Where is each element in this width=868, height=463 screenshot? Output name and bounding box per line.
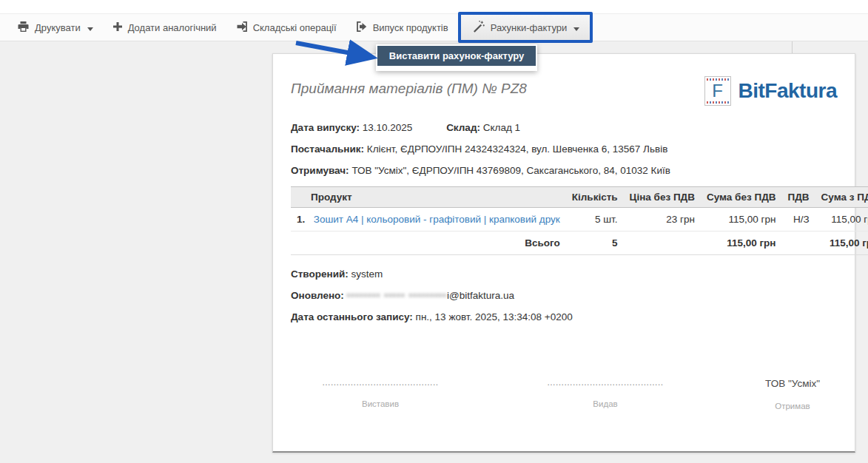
brand-name: BitFaktura <box>739 79 837 103</box>
header-product: Продукт <box>291 187 566 208</box>
header-vat: ПДВ <box>782 187 815 208</box>
updated-visible-value: i@bitfaktura.ua <box>447 290 514 301</box>
cell-price-net: 23 грн <box>624 208 701 232</box>
signature-dotted-line: ........................................… <box>547 378 663 387</box>
signatures-section: ........................................… <box>273 378 856 430</box>
last-entry-line: Дата останнього запису: пн., 13 жовт. 20… <box>291 311 837 322</box>
plus-icon <box>112 21 123 34</box>
brand-logo: F BitFaktura <box>704 76 837 106</box>
table-header-row: Продукт Кількість Ціна без ПДВ Сума без … <box>291 187 868 208</box>
receiver-line: Отримувач: ТОВ "Усміх", ЄДРПОУ/ІПН 43769… <box>291 165 837 176</box>
header-price-net: Ціна без ПДВ <box>624 187 701 208</box>
document-title: Приймання матеріалів (ПМ) № PZ8 <box>291 76 527 97</box>
sign-in-arrow-icon <box>236 21 248 35</box>
signature-released: ........................................… <box>547 378 663 408</box>
updated-redacted-value: •••••••• ••••• ••••••••• <box>347 290 447 301</box>
supplier-value: Клієнт, ЄДРПОУ/ІПН 24324324324, вул. Шев… <box>367 143 668 155</box>
cell-sum-gross: 115,00 грн <box>815 208 868 232</box>
chevron-down-icon <box>573 22 579 33</box>
product-link[interactable]: Зошит А4 | кольоровий - графітовий | кра… <box>314 214 560 225</box>
last-entry-value: пн., 13 жовт. 2025, 13:34:08 +0200 <box>416 311 573 322</box>
cell-quantity: 5 шт. <box>566 208 624 232</box>
chevron-down-icon <box>87 22 93 33</box>
add-similar-label: Додати аналогічний <box>128 22 217 33</box>
issue-date-line: Дата випуску: 13.10.2025 Склад: Склад 1 <box>291 122 837 133</box>
print-label: Друкувати <box>35 22 81 33</box>
updated-label: Оновлено: <box>291 290 344 301</box>
totals-sum-net: 115,00 грн <box>701 232 782 255</box>
cell-vat: Н/З <box>782 208 815 232</box>
signature-released-label: Видав <box>547 399 663 408</box>
product-release-button[interactable]: Випуск продуктів <box>346 15 458 40</box>
issue-date-value: 13.10.2025 <box>363 122 413 133</box>
add-similar-button[interactable]: Додати аналогічний <box>103 15 226 40</box>
signature-issued-label: Виставив <box>322 399 438 408</box>
header-sum-net: Сума без ПДВ <box>701 187 782 208</box>
product-release-label: Випуск продуктів <box>373 22 448 33</box>
top-strip <box>0 0 868 13</box>
cell-sum-net: 115,00 грн <box>701 208 782 232</box>
warehouse-operations-button[interactable]: Складські операції <box>226 15 346 40</box>
invoices-button[interactable]: Рахунки-фактури <box>458 12 593 43</box>
document-panel: Приймання матеріалів (ПМ) № PZ8 F BitFak… <box>272 53 855 453</box>
toolbar-right-divider <box>792 41 793 53</box>
print-button[interactable]: Друкувати <box>7 15 103 40</box>
created-line: Створений: system <box>291 268 837 280</box>
warehouse-value: Склад 1 <box>483 122 520 133</box>
last-entry-label: Дата останнього запису: <box>291 311 413 322</box>
issue-invoice-menu-item[interactable]: Виставити рахунок-фактуру <box>377 46 536 66</box>
totals-label: Всього <box>291 232 566 255</box>
totals-row: Всього 5 115,00 грн 115,00 грн <box>291 232 868 255</box>
signature-dotted-line: ........................................… <box>322 378 438 387</box>
supplier-line: Постачальник: Клієнт, ЄДРПОУ/ІПН 2432432… <box>291 143 837 155</box>
issue-date-label: Дата випуску: <box>291 122 360 133</box>
totals-quantity: 5 <box>566 232 624 255</box>
signature-issued: ........................................… <box>322 378 438 408</box>
warehouse-label: Склад: <box>446 122 480 133</box>
totals-sum-gross: 115,00 грн <box>815 232 868 255</box>
updated-line: Оновлено: •••••••• ••••• •••••••••i@bitf… <box>291 290 837 301</box>
created-value: system <box>351 268 383 280</box>
header-sum-gross: Сума з ПДВ <box>815 187 868 208</box>
signature-received-name: ТОВ "Усміх" <box>765 378 820 389</box>
toolbar: Друкувати Додати аналогічний Складські о… <box>0 13 868 41</box>
warehouse-operations-label: Складські операції <box>253 22 337 33</box>
printer-icon <box>17 21 30 35</box>
invoices-label: Рахунки-фактури <box>491 22 568 33</box>
created-label: Створений: <box>291 268 349 280</box>
magic-wand-icon <box>471 20 485 36</box>
header-quantity: Кількість <box>566 187 624 208</box>
signature-received: ТОВ "Усміх" Отримав <box>765 378 820 410</box>
supplier-label: Постачальник: <box>291 143 364 155</box>
table-row: 1. Зошит А4 | кольоровий - графітовий | … <box>291 208 868 232</box>
invoices-dropdown-menu: Виставити рахунок-фактуру <box>376 44 537 71</box>
receiver-label: Отримувач: <box>291 165 349 176</box>
brand-monogram-icon: F <box>704 76 731 106</box>
sign-out-arrow-icon <box>356 21 368 35</box>
signature-received-label: Отримав <box>765 402 820 410</box>
row-index: 1. <box>297 214 311 225</box>
items-table: Продукт Кількість Ціна без ПДВ Сума без … <box>291 186 868 255</box>
receiver-value: ТОВ "Усміх", ЄДРПОУ/ІПН 43769809, Саксаг… <box>351 165 670 176</box>
